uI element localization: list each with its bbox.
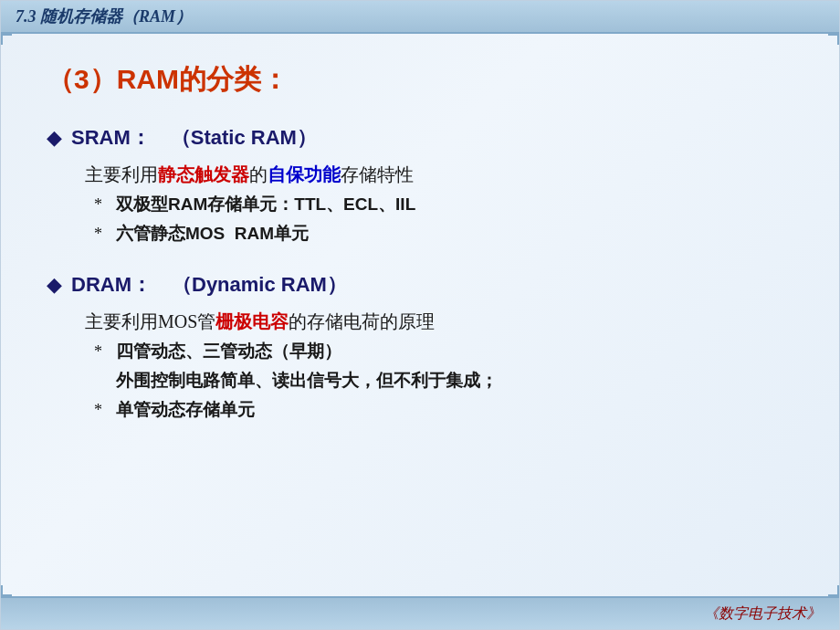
sram-sub2-text: 六管静态MOS RAM单元 [116, 219, 309, 248]
sram-sub2-bullet: * [94, 220, 116, 248]
corner-tr [828, 34, 839, 45]
sram-section: ◆ SRAM： （Static RAM） 主要利用静态触发器的自保功能存储特性 … [47, 124, 793, 249]
dram-paren: （Dynamic RAM） [172, 273, 347, 296]
sram-sub1: * 双极型RAM存储单元：TTL、ECL、IIL [94, 190, 793, 219]
sram-sub1-text: 双极型RAM存储单元：TTL、ECL、IIL [116, 190, 415, 219]
footer-text: 《数字电子技术》 [704, 604, 821, 624]
sram-label: SRAM： [71, 126, 171, 149]
content-area: （3）RAM的分类： ◆ SRAM： （Static RAM） 主要利用静态触发… [1, 34, 839, 598]
dram-content: 主要利用MOS管栅极电容的存储电荷的原理 * 四管动态、三管动态（早期） 外围控… [85, 306, 793, 425]
sram-paren: （Static RAM） [171, 126, 317, 149]
dram-bullet: ◆ [47, 275, 62, 295]
dram-sub2: * 单管动态存储单元 [94, 395, 793, 425]
sram-highlight-selfhold: 自保功能 [268, 164, 341, 184]
dram-sub1-text: 四管动态、三管动态（早期） [116, 337, 341, 366]
slide-container: 7.3 随机存储器（RAM） （3）RAM的分类： ◆ SRAM： （Stati… [0, 0, 840, 630]
sram-bullet: ◆ [47, 128, 62, 148]
corner-tl [1, 34, 12, 45]
dram-header: ◆ DRAM： （Dynamic RAM） [47, 271, 793, 299]
dram-highlight-capacitor: 栅极电容 [215, 311, 289, 331]
header-title: 7.3 随机存储器（RAM） [16, 5, 192, 27]
dram-sub1: * 四管动态、三管动态（早期） [94, 337, 793, 366]
header-bar: 7.3 随机存储器（RAM） [1, 1, 839, 34]
sram-title: SRAM： （Static RAM） [71, 124, 317, 152]
dram-section: ◆ DRAM： （Dynamic RAM） 主要利用MOS管栅极电容的存储电荷的… [47, 271, 793, 425]
dram-desc: 主要利用MOS管栅极电容的存储电荷的原理 [85, 306, 793, 337]
dram-sub1-indent: 外围控制电路简单、读出信号大，但不利于集成； [116, 366, 793, 395]
dram-title: DRAM： （Dynamic RAM） [71, 271, 347, 299]
dram-sub2-bullet: * [94, 396, 116, 425]
sram-highlight-static: 静态触发器 [158, 164, 249, 184]
sram-content: 主要利用静态触发器的自保功能存储特性 * 双极型RAM存储单元：TTL、ECL、… [85, 159, 793, 249]
sram-desc: 主要利用静态触发器的自保功能存储特性 [85, 159, 793, 190]
sram-sub2: * 六管静态MOS RAM单元 [94, 219, 793, 248]
corner-bl [1, 585, 12, 596]
dram-label: DRAM： [71, 273, 172, 296]
dram-sub2-text: 单管动态存储单元 [116, 395, 255, 425]
footer-bar: 《数字电子技术》 [1, 596, 839, 629]
sram-header: ◆ SRAM： （Static RAM） [47, 124, 793, 152]
page-title: （3）RAM的分类： [47, 61, 793, 99]
dram-sub1-bullet: * [94, 338, 116, 366]
corner-br [828, 585, 839, 596]
sram-sub1-bullet: * [94, 191, 116, 219]
